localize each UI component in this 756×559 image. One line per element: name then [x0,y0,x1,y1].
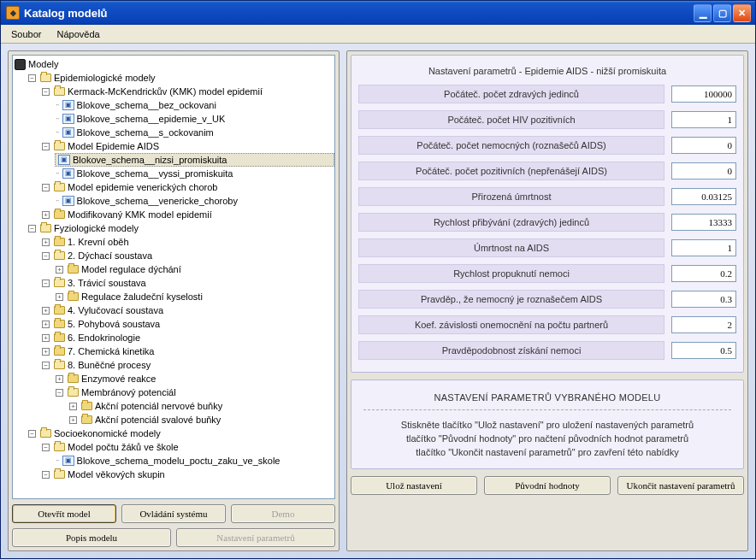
parameter-input[interactable] [671,188,736,205]
collapse-icon[interactable]: − [42,362,50,369]
tree-leaf[interactable]: ··▣Blokove_schema__venericke_choroby [56,194,334,208]
minimize-button[interactable]: ▁ [694,4,712,22]
tree-leaf[interactable]: ··▣Blokove_schema__vyssi_promiskuita [56,167,334,180]
tree-item[interactable]: +7. Chemická kinetika [42,344,334,358]
parameter-input[interactable] [671,265,736,282]
info-box: NASTAVENÍ PARAMETRŮ VYBRANÉHO MODELU Sti… [351,380,744,469]
close-button[interactable]: ✕ [733,4,751,22]
folder-open-icon [54,142,65,150]
tree-item[interactable]: −3. Trávicí soustava [42,276,334,290]
system-control-button[interactable]: Ovládání systému [121,504,226,523]
tree-item[interactable]: +Regulace žaludeční kyselosti [56,290,334,303]
collapse-icon[interactable]: − [42,471,50,479]
open-model-button[interactable]: Otevřít model [12,504,116,523]
tree-leaf[interactable]: ··▣Blokove_schema__s_ockovanim [56,126,334,139]
folder-open-icon [54,183,65,191]
folder-closed-icon [54,320,65,328]
parameter-input[interactable] [671,214,736,231]
tree-item[interactable]: +Model regulace dýchání [56,262,334,276]
parameter-label: Rychlost propuknutí nemoci [358,264,664,283]
collapse-icon[interactable]: − [28,74,36,82]
collapse-icon[interactable]: − [28,430,36,438]
folder-open-icon [54,443,65,451]
info-line: Stiskněte tlačítko "Ulož nastavení" pro … [363,419,731,432]
parameter-input[interactable] [671,239,736,256]
tree-item[interactable]: +4. Vylučovací soustava [42,303,334,317]
tree-leaf[interactable]: ··▣Blokove_schema__bez_ockovani [56,98,334,112]
expand-icon[interactable]: + [42,307,50,315]
folder-open-icon [68,388,79,397]
tree-item[interactable]: +6. Endokrinologie [42,331,334,344]
tree-item[interactable]: −2. Dýchací soustava [42,249,334,262]
folder-closed-icon [68,292,79,301]
original-values-button[interactable]: Původní hodnoty [484,476,611,495]
left-button-bar: Otevřít model Ovládání systému Demo Popi… [12,499,335,547]
menu-file[interactable]: Soubor [4,26,48,42]
expand-icon[interactable]: + [56,293,63,301]
parameter-input[interactable] [671,111,736,128]
collapse-icon[interactable]: − [42,444,50,451]
collapse-icon[interactable]: − [28,225,36,232]
folder-closed-icon [54,347,65,356]
parameter-label: Přirozená úmrtnost [358,187,664,206]
model-tree[interactable]: Modely −Epidemiologické modely −Kermack-… [12,55,335,499]
tree-epi[interactable]: −Epidemiologické modely [28,71,334,85]
tree-item[interactable]: +Akční potenciál svalové buňky [69,413,334,427]
parameter-input[interactable] [671,291,736,308]
close-settings-button[interactable]: Ukončit nastavení parametrů [617,476,744,495]
collapse-icon[interactable]: − [42,252,50,260]
expand-icon[interactable]: + [56,266,63,274]
save-settings-button[interactable]: Ulož nastavení [351,476,477,495]
parameter-input[interactable] [671,85,736,103]
parameter-row: Počáteč. počet HIV pozitivních [358,110,736,129]
parameter-label: Koef. závislosti onemocnění na počtu par… [358,315,664,334]
parameter-input[interactable] [671,137,736,154]
maximize-button[interactable]: ▢ [713,4,731,22]
tree-leaf[interactable]: ··▣Blokove_schema_modelu_poctu_zaku_ve_s… [56,454,334,468]
collapse-icon[interactable]: − [42,280,50,287]
model-icon: ▣ [62,456,74,466]
tree-item[interactable]: −Membránový potenciál [56,385,334,399]
expand-icon[interactable]: + [56,375,63,383]
expand-icon[interactable]: + [42,321,50,328]
expand-icon[interactable]: + [69,416,77,424]
parameter-input[interactable] [671,342,736,359]
left-panel: Modely −Epidemiologické modely −Kermack-… [8,50,340,551]
folder-open-icon [54,361,65,369]
tree-item[interactable]: +Enzymové reakce [56,372,334,385]
folder-closed-icon [81,415,92,424]
tree-modkmk[interactable]: +Modifikovaný KMK model epidemií [42,208,334,221]
collapse-icon[interactable]: − [42,143,50,150]
tree-ven[interactable]: −Model epidemie venerických chorob [42,180,334,194]
tree-item[interactable]: −Model počtu žáků ve škole [42,440,334,454]
tree-aids[interactable]: −Model Epidemie AIDS [42,139,334,153]
menu-help[interactable]: Nápověda [50,26,106,42]
tree-item[interactable]: +1. Krevní oběh [42,235,334,249]
tree-item[interactable]: +5. Pohybová soustava [42,317,334,331]
folder-open-icon [40,429,51,438]
expand-icon[interactable]: + [69,403,77,410]
tree-kmk[interactable]: −Kermack-McKendrickův (KMK) model epidem… [42,85,334,98]
tree-item[interactable]: −Model věkových skupin [42,468,334,481]
collapse-icon[interactable]: − [42,184,50,191]
tree-leaf-selected[interactable]: ▣Blokove_schema__nizsi_promiskuita [55,153,334,167]
tree-soc[interactable]: −Socioekonomické modely [28,427,334,440]
expand-icon[interactable]: + [42,238,50,246]
expand-icon[interactable]: + [42,334,50,342]
parameter-input[interactable] [671,316,736,333]
folder-open-icon [54,279,65,287]
parameter-input[interactable] [671,162,736,179]
tree-fyz[interactable]: −Fyziologické modely [28,221,334,235]
tree-item[interactable]: −8. Buněčné procesy [42,358,334,372]
tree-root[interactable]: Modely [15,57,334,71]
tree-item[interactable]: +Akční potenciál nervové buňky [69,399,334,413]
collapse-icon[interactable]: − [56,389,63,397]
expand-icon[interactable]: + [42,211,50,219]
expand-icon[interactable]: + [42,348,50,356]
model-description-button[interactable]: Popis modelu [12,528,171,547]
folder-closed-icon [68,265,79,274]
parameter-label: Počáteč. počet pozitivních (nepřenášejí … [358,162,664,180]
collapse-icon[interactable]: − [42,88,50,96]
folder-closed-icon [81,402,92,410]
tree-leaf[interactable]: ··▣Blokove_schema__epidemie_v_UK [56,112,334,126]
